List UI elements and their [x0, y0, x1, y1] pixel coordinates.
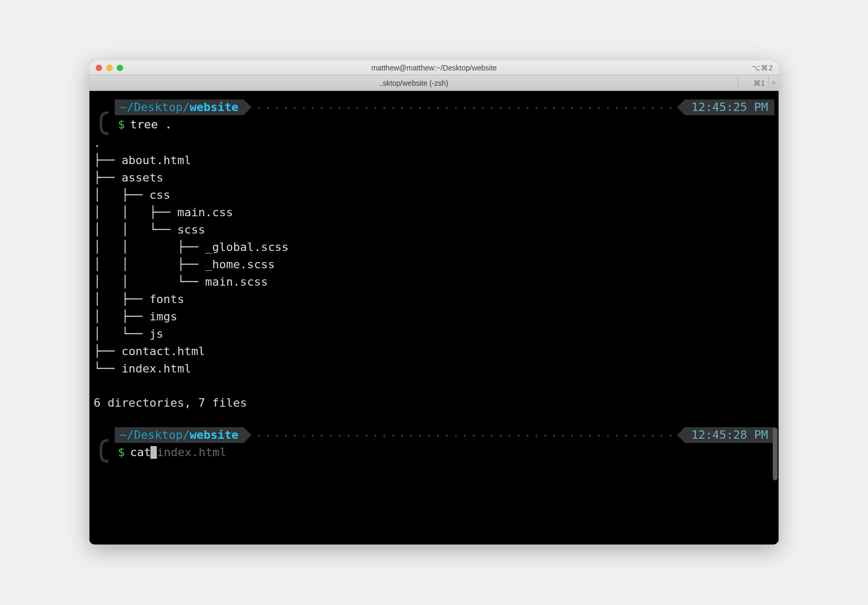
time-pill: 12:45:25 PM: [685, 99, 774, 115]
tree-line: │ │ ├── _home.scss: [94, 258, 275, 271]
scrollbar[interactable]: [773, 428, 778, 480]
path-leaf: website: [189, 426, 238, 443]
tree-line: │ │ └── scss: [94, 223, 205, 236]
tree-line: │ ├── css: [94, 188, 170, 201]
prompt-separator: [255, 99, 674, 115]
command-row-active[interactable]: $ catindex.html: [94, 443, 774, 461]
tree-line: ├── contact.html: [94, 345, 205, 358]
prompt-separator: [255, 427, 674, 443]
prompt-dollar: $: [118, 116, 125, 133]
close-icon[interactable]: [96, 65, 102, 71]
titlebar: matthew@matthew:~/Desktop/website ⌥⌘2: [89, 60, 779, 75]
minimize-icon[interactable]: [106, 65, 113, 71]
path-prefix: ~/Desktop/: [120, 98, 189, 116]
chevron-right-icon: [244, 427, 251, 443]
prompt-row: ~/Desktop/website 12:45:28 PM: [94, 426, 774, 443]
tab-label: ..sktop/website (-zsh): [379, 79, 448, 87]
terminal-body[interactable]: ~/Desktop/website 12:45:25 PM $ tree . .…: [89, 91, 779, 544]
tree-line: │ ├── imgs: [94, 310, 177, 323]
tab-active[interactable]: ..sktop/website (-zsh): [89, 75, 738, 90]
prompt-row: ~/Desktop/website 12:45:25 PM: [94, 98, 774, 116]
chevron-left-icon: [677, 427, 685, 443]
tree-summary: 6 directories, 7 files: [94, 394, 774, 411]
chevron-right-icon: [244, 99, 251, 115]
window-keyhint: ⌥⌘2: [752, 64, 779, 72]
chevron-left-icon: [677, 99, 685, 115]
new-tab-button[interactable]: +: [768, 75, 779, 90]
tree-line: ├── assets: [94, 171, 163, 184]
path-pill: ~/Desktop/website: [115, 427, 244, 443]
path-prefix: ~/Desktop/: [120, 426, 189, 443]
tree-line: │ ├── fonts: [94, 293, 184, 306]
tree-line: ├── about.html: [94, 154, 191, 167]
tab-keyhint-text: ⌘1: [753, 79, 765, 87]
tree-output: . ├── about.html ├── assets │ ├── css │ …: [94, 134, 774, 377]
traffic-lights: [89, 65, 123, 71]
command-row: $ tree .: [94, 116, 774, 133]
terminal-window: matthew@matthew:~/Desktop/website ⌥⌘2 ..…: [89, 60, 779, 544]
path-leaf: website: [189, 98, 238, 116]
path-pill: ~/Desktop/website: [115, 99, 244, 115]
tree-line: └── index.html: [94, 362, 191, 375]
command-text: tree .: [130, 116, 171, 133]
tree-line: │ └── js: [94, 327, 163, 340]
tabbar: ..sktop/website (-zsh) ⌘1 +: [89, 75, 779, 91]
window-title: matthew@matthew:~/Desktop/website: [89, 64, 779, 72]
maximize-icon[interactable]: [117, 65, 123, 71]
cursor-icon: [150, 446, 157, 459]
tree-line: │ │ ├── main.css: [94, 206, 233, 219]
command-autosuggest: index.html: [157, 443, 226, 461]
tree-root: .: [94, 136, 100, 149]
prompt-dollar: $: [118, 443, 125, 461]
tree-line: │ │ └── main.scss: [94, 275, 268, 288]
tree-line: │ │ ├── _global.scss: [94, 240, 289, 254]
time-pill: 12:45:28 PM: [685, 427, 774, 443]
command-typed: cat: [130, 443, 151, 461]
tab-keyhint: ⌘1: [738, 75, 768, 90]
